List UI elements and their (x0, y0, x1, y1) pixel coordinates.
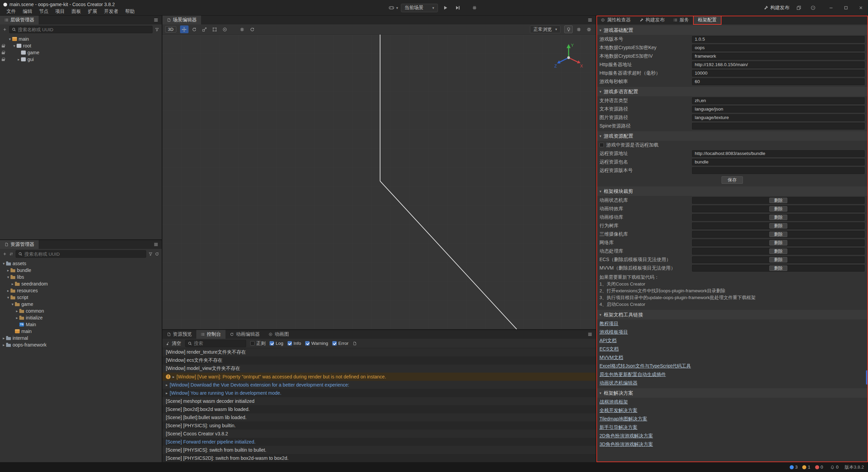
close-button[interactable] (856, 3, 866, 13)
minimize-button[interactable] (826, 3, 836, 13)
scene-grid-toggle[interactable] (574, 25, 583, 33)
module-delete-button[interactable]: 删除 (769, 215, 787, 220)
menu-item[interactable]: 编辑 (20, 8, 35, 15)
lock-icon[interactable] (2, 52, 5, 54)
doc-link[interactable]: 原生包热更新配置自动生成插件 (599, 372, 666, 378)
menu-item[interactable]: 帮助 (122, 8, 138, 15)
console-searchbox[interactable] (185, 340, 246, 347)
play-button[interactable] (441, 3, 450, 12)
log-row[interactable]: ! ▸ [Scene] [PHYSICS]: using builtin. (162, 421, 596, 430)
sort-icon[interactable] (9, 252, 13, 256)
tree-arrow-icon[interactable]: ▸ (6, 289, 11, 293)
panel-menu-icon[interactable] (588, 18, 592, 22)
preview-scene-select[interactable]: 当前场景 ▾ (401, 4, 438, 12)
log-row[interactable]: ! ▸ [Scene] Cocos Creator v3.8.2 (162, 430, 596, 438)
tree-arrow-icon[interactable]: ▾ (1, 261, 6, 266)
log-row[interactable]: ! ▸ [Scene] [bullet]:bullet wasm lib loa… (162, 413, 596, 421)
doc-link[interactable]: API文档 (599, 338, 617, 344)
preview-target-button[interactable]: ▾ (389, 5, 398, 11)
expand-arrow-icon[interactable]: ▸ (166, 391, 168, 395)
property-input[interactable] (692, 167, 865, 174)
tree-arrow-icon[interactable]: ▸ (15, 316, 19, 320)
snap-rotate-button[interactable] (248, 25, 257, 33)
panel-menu-icon[interactable] (154, 18, 158, 22)
property-input[interactable]: oops (692, 44, 865, 51)
orientation-gizmo[interactable]: Y X Z (553, 42, 584, 73)
refresh-icon[interactable] (155, 252, 159, 256)
property-input[interactable]: zh,en (692, 97, 865, 104)
lock-icon[interactable] (2, 45, 5, 47)
scale-tool-button[interactable] (200, 25, 209, 33)
doc-link[interactable]: Excel格式转Json文件与TypeScript代码工具 (599, 363, 691, 369)
build-publish-button[interactable]: 构建发布 (764, 5, 789, 11)
dimension-toggle-button[interactable]: 3D (165, 26, 176, 33)
solution-link[interactable]: 2D角色扮演游戏解决方案 (599, 433, 653, 439)
inspector-scrollbar[interactable] (866, 24, 868, 462)
property-input[interactable]: language/json (692, 106, 865, 113)
solution-link[interactable]: 战棋游戏框架 (599, 399, 628, 405)
asset-row[interactable]: ▸ common (0, 308, 162, 314)
module-delete-button[interactable]: 删除 (769, 206, 787, 212)
tab-assets[interactable]: 资源管理器 (0, 240, 39, 249)
hierarchy-search-input[interactable] (18, 27, 150, 32)
log-row[interactable]: ! ▸ [Window] [Vue warn]: Property "onInp… (162, 373, 596, 381)
module-delete-button[interactable]: 删除 (769, 198, 787, 203)
menu-item[interactable]: 扩展 (85, 8, 100, 15)
section-language-config[interactable]: ▾ 游戏多语言配置 (596, 87, 868, 96)
tree-arrow-icon[interactable]: ▸ (15, 309, 19, 313)
property-input[interactable]: 1.0.5 (692, 36, 865, 43)
log-row[interactable]: ! ▸ [Scene] Forward render pipeline init… (162, 438, 596, 446)
log-filter-checkbox[interactable]: Warning (305, 341, 328, 346)
tab-inspector[interactable]: 属性检查器 (596, 16, 635, 24)
tree-arrow-icon[interactable]: ▾ (10, 302, 15, 307)
panel-menu-icon[interactable] (588, 332, 592, 337)
tab-asset-preview[interactable]: 资源预览 (162, 330, 196, 339)
menu-item[interactable]: 文件 (3, 8, 19, 15)
module-delete-button[interactable]: 删除 (769, 240, 787, 245)
module-delete-button[interactable]: 删除 (769, 249, 787, 254)
solution-link[interactable]: Tiledmap地图解决方案 (599, 416, 647, 422)
scene-settings-button[interactable] (585, 25, 593, 33)
log-filter-checkbox[interactable]: Error (332, 341, 349, 346)
hierarchy-node-row[interactable]: ▾ root (0, 42, 162, 49)
export-log-icon[interactable] (353, 341, 357, 346)
remote-load-checkbox[interactable] (599, 143, 604, 147)
assets-searchbox[interactable] (16, 250, 146, 258)
property-input[interactable]: language/texture (692, 114, 865, 121)
expand-arrow-icon[interactable]: ▸ (173, 375, 175, 379)
property-input[interactable]: 60 (692, 78, 865, 85)
doc-link[interactable]: 教程项目 (599, 321, 618, 327)
log-row[interactable]: ! ▸ [Scene] [box2d]:box2d wasm lib loade… (162, 405, 596, 413)
menu-item[interactable]: 节点 (36, 8, 52, 15)
tree-arrow-icon[interactable]: ▸ (10, 282, 15, 286)
scene-viewport[interactable]: Y X Z (162, 35, 596, 329)
property-input[interactable] (692, 123, 865, 130)
property-input[interactable]: http://localhost:8083/assets/bundle (692, 150, 865, 157)
tree-arrow-icon[interactable]: ▸ (1, 336, 6, 340)
asset-row[interactable]: ▾ libs (0, 274, 162, 280)
doc-link[interactable]: MVVM文档 (599, 355, 623, 361)
regex-checkbox[interactable]: 正则 (250, 340, 265, 347)
asset-row[interactable]: ▸ oops-framework (0, 341, 162, 348)
doc-link[interactable]: 游戏模板项目 (599, 329, 628, 335)
tree-arrow-icon[interactable]: ▾ (12, 44, 17, 48)
assets-search-input[interactable] (24, 252, 143, 257)
tab-console[interactable]: 控制台 (196, 330, 225, 339)
section-doc-links[interactable]: ▾ 框架文档工具链接 (596, 310, 868, 319)
scrollbar-thumb[interactable] (866, 370, 868, 385)
lock-icon[interactable] (2, 59, 5, 61)
expand-arrow-icon[interactable]: ▸ (166, 383, 168, 387)
filter-icon[interactable] (155, 27, 159, 32)
log-row[interactable]: ! ▸ [Window] Download the Vue Devtools e… (162, 381, 596, 389)
solution-link[interactable]: 全栈开发解决方案 (599, 408, 637, 414)
tasks-button[interactable] (794, 3, 804, 12)
module-delete-button[interactable]: 删除 (769, 223, 787, 229)
section-resource-config[interactable]: ▾ 游戏资源配置 (596, 131, 868, 141)
doc-link[interactable]: 动画状态机编辑器 (599, 380, 637, 386)
solution-link[interactable]: 3D角色扮演游戏解决方案 (599, 441, 653, 448)
step-button[interactable] (453, 3, 462, 12)
filter-icon[interactable] (149, 252, 153, 256)
hierarchy-node-row[interactable]: ▾ main (0, 36, 162, 42)
tab-scene-editor[interactable]: 场景编辑器 (162, 16, 201, 24)
clear-console-button[interactable]: 清空 (166, 340, 181, 347)
